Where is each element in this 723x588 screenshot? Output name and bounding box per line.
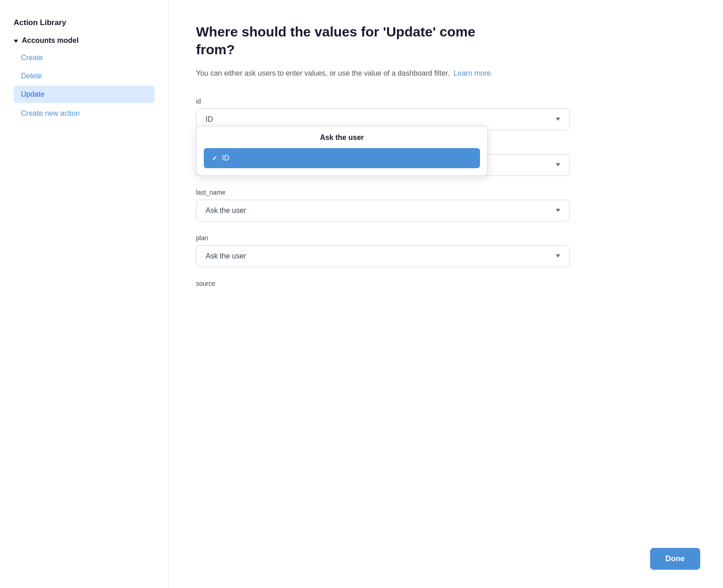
checkmark-icon: ✓ xyxy=(212,155,217,162)
dropdown-header: Ask the user xyxy=(204,134,480,142)
id-dropdown-popup: Ask the user ✓ ID xyxy=(196,126,488,176)
page-title: Where should the values for 'Update' com… xyxy=(196,23,515,58)
done-button[interactable]: Done xyxy=(650,548,701,570)
sidebar-title: Action Library xyxy=(14,18,155,27)
main-content: Where should the values for 'Update' com… xyxy=(169,0,723,588)
id-field-label: id xyxy=(196,98,696,105)
plan-select-wrapper: Ask the user xyxy=(196,245,696,267)
source-field-label: source xyxy=(196,280,696,287)
first-name-chevron-icon xyxy=(556,163,560,166)
id-select-wrapper: ID Ask the user ✓ ID xyxy=(196,108,696,130)
accounts-model-section[interactable]: Accounts model xyxy=(14,36,155,45)
done-button-wrapper: Done xyxy=(650,548,701,570)
page-description: You can either ask users to enter values… xyxy=(196,67,696,79)
sidebar-item-create-new-action[interactable]: Create new action xyxy=(14,105,155,122)
plan-select-value: Ask the user xyxy=(206,252,246,260)
last-name-field-section: last_name Ask the user xyxy=(196,189,696,222)
sidebar-item-update[interactable]: Update xyxy=(14,86,155,103)
last-name-select-value: Ask the user xyxy=(206,206,246,215)
dropdown-option-id-label: ID xyxy=(222,154,229,162)
id-select-value: ID xyxy=(206,115,213,124)
id-select-chevron-icon xyxy=(556,118,560,121)
last-name-chevron-icon xyxy=(556,209,560,212)
source-field-section: source xyxy=(196,280,696,287)
sidebar-item-delete[interactable]: Delete xyxy=(14,67,155,85)
sidebar-item-create[interactable]: Create xyxy=(14,49,155,67)
chevron-down-icon xyxy=(14,40,18,43)
id-field-section: id ID Ask the user ✓ ID xyxy=(196,98,696,130)
plan-chevron-icon xyxy=(556,254,560,258)
plan-field-section: plan Ask the user xyxy=(196,234,696,267)
plan-field-label: plan xyxy=(196,234,696,242)
learn-more-link[interactable]: Learn more. xyxy=(454,69,493,77)
last-name-select[interactable]: Ask the user xyxy=(196,200,570,222)
dropdown-option-id[interactable]: ✓ ID xyxy=(204,148,480,168)
last-name-field-label: last_name xyxy=(196,189,696,196)
accounts-model-label: Accounts model xyxy=(22,36,78,45)
plan-select[interactable]: Ask the user xyxy=(196,245,570,267)
last-name-select-wrapper: Ask the user xyxy=(196,200,696,222)
sidebar: Action Library Accounts model Create Del… xyxy=(0,0,169,588)
